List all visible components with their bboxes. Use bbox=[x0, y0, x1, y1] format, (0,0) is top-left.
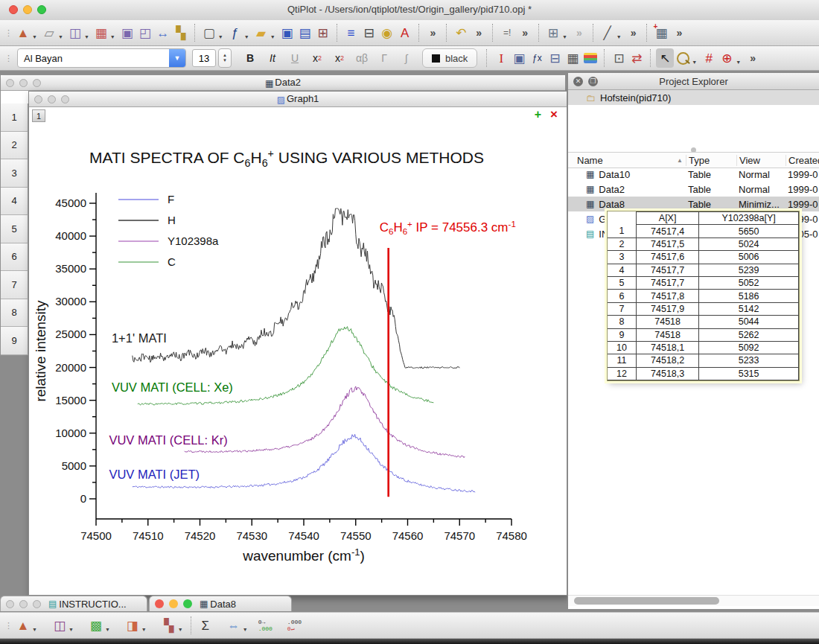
overflow-chevron-icon[interactable]: » bbox=[676, 27, 682, 39]
dropdown-arrow-icon[interactable]: ▼ bbox=[32, 34, 37, 39]
save-template-icon[interactable]: ▤ bbox=[296, 23, 314, 42]
italic-button[interactable]: It bbox=[261, 49, 284, 67]
bold-button[interactable]: B bbox=[239, 49, 261, 67]
scrollbar-thumb[interactable] bbox=[574, 597, 719, 605]
dropdown-arrow-icon[interactable]: ▼ bbox=[243, 627, 248, 632]
increase-precision-icon[interactable]: 0→.000 bbox=[258, 619, 273, 632]
explorer-item-data10[interactable]: ▦Data10TableNormal1999-0 bbox=[568, 167, 819, 182]
dropdown-arrow-icon[interactable]: ▼ bbox=[141, 627, 147, 632]
toolbar-drag-handle[interactable]: ⋮ bbox=[4, 54, 11, 63]
plot-3d-grid-icon[interactable]: ▦ bbox=[92, 23, 110, 42]
pointer-tool-icon[interactable]: ↖ bbox=[656, 48, 674, 68]
add-table-widget-icon[interactable]: ▦ bbox=[564, 48, 581, 68]
table-row-header[interactable]: 9 bbox=[1, 327, 28, 355]
dropdown-arrow-icon[interactable]: ▼ bbox=[110, 34, 115, 39]
dropdown-arrow-icon[interactable]: ▼ bbox=[105, 627, 110, 632]
plot-3d-bars-bottom-icon[interactable]: ◫ bbox=[51, 616, 68, 635]
swap-axes-icon[interactable]: ⇄ bbox=[628, 48, 646, 68]
table-row-header[interactable]: 3 bbox=[1, 159, 28, 188]
window-maximize-icon[interactable] bbox=[33, 600, 41, 608]
save-project-icon[interactable]: ▣ bbox=[278, 23, 296, 42]
box-frame-icon[interactable]: ▣ bbox=[118, 23, 136, 42]
overflow-chevron-icon[interactable]: » bbox=[576, 27, 582, 39]
underline-button[interactable]: U bbox=[284, 49, 306, 67]
window-minimize-icon[interactable] bbox=[19, 600, 28, 608]
zoom-tool-icon[interactable] bbox=[674, 48, 692, 68]
superscript-button[interactable]: x2 bbox=[306, 49, 328, 67]
explorer-item-data2[interactable]: ▦Data2TableNormal1999-0 bbox=[568, 182, 819, 197]
new-project-icon[interactable]: ▢ bbox=[200, 23, 218, 42]
color-map-icon[interactable] bbox=[581, 48, 599, 68]
add-inset-icon[interactable]: ▣ bbox=[510, 48, 528, 68]
overflow-chevron-icon[interactable]: » bbox=[430, 27, 436, 39]
column-type[interactable]: Type bbox=[686, 155, 736, 166]
curve-label[interactable]: VUV MATI (CELL: Kr) bbox=[109, 433, 227, 447]
table-row-header[interactable]: 8 bbox=[1, 299, 28, 328]
chevron-down-icon[interactable]: ▼ bbox=[169, 49, 185, 67]
select-range-icon[interactable]: ⊕ bbox=[718, 48, 736, 68]
add-table-icon[interactable]: ▦+ bbox=[652, 23, 670, 42]
plot-matrix-icon[interactable]: ▩ bbox=[87, 616, 105, 635]
new-function-plot-icon[interactable]: ƒ bbox=[226, 23, 244, 42]
math-symbols-button[interactable]: ∫ bbox=[395, 49, 418, 67]
print-icon[interactable]: ⊟ bbox=[360, 23, 378, 42]
dropdown-arrow-icon[interactable]: ▼ bbox=[84, 34, 89, 39]
window-close-icon[interactable] bbox=[6, 600, 14, 608]
plot-parallelogram-icon[interactable]: ▱ bbox=[40, 23, 58, 42]
column-name[interactable]: Name bbox=[577, 155, 603, 166]
series-H[interactable] bbox=[133, 208, 460, 369]
graph1-window[interactable]: ▨Graph1 1 + × 05000100001500020000250003… bbox=[28, 91, 567, 596]
table-row-header[interactable]: 5 bbox=[1, 215, 28, 243]
dropdown-arrow-icon[interactable]: ▼ bbox=[692, 60, 697, 65]
horizontal-scrollbar[interactable] bbox=[568, 595, 819, 606]
curve-label[interactable]: VUV MATI (CELL: Xe) bbox=[112, 380, 233, 394]
dropdown-arrow-icon[interactable]: ▼ bbox=[736, 60, 741, 65]
import-ascii-icon[interactable]: ⊞ bbox=[314, 23, 332, 42]
add-legend-icon[interactable]: ⊟ bbox=[546, 48, 564, 68]
add-layer-icon[interactable]: ⊞ bbox=[544, 23, 562, 42]
ip-annotation[interactable]: C6H6+ IP = 74556.3 cm-1 bbox=[380, 220, 516, 236]
project-explorer-titlebar[interactable]: ✕ ❐ Project Explorer bbox=[568, 73, 819, 90]
uppercase-greek-button[interactable]: Γ bbox=[373, 49, 395, 67]
dropdown-arrow-icon[interactable]: ▼ bbox=[32, 627, 37, 632]
plot-3d-surface-icon[interactable]: ▲ bbox=[14, 23, 32, 42]
subscript-button[interactable]: x2 bbox=[328, 49, 351, 67]
data8-min-window[interactable]: ▦ Data8 bbox=[149, 596, 292, 611]
dropdown-arrow-icon[interactable]: ▼ bbox=[270, 34, 275, 39]
decrease-precision-icon[interactable]: .0000↵ bbox=[287, 619, 302, 632]
duplicate-window-icon[interactable]: ≡ bbox=[342, 23, 360, 42]
overflow-chevron-icon[interactable]: » bbox=[750, 52, 756, 64]
instructions-min-window[interactable]: ▤ INSTRUCTIO... bbox=[0, 596, 147, 611]
add-function-curve-icon[interactable]: ƒx bbox=[528, 48, 546, 68]
open-project-icon[interactable]: ▰ bbox=[252, 23, 270, 42]
table-row-header[interactable]: 6 bbox=[1, 243, 28, 272]
undo-icon[interactable]: ↶ bbox=[452, 23, 470, 42]
explorer-item-data8[interactable]: ▦Data8TableMinimiz...1999-0 bbox=[568, 197, 819, 211]
data2-titlebar[interactable]: ▦Data2 bbox=[1, 75, 565, 91]
project-folder-item[interactable]: 🗀 Hofstein(pid710) bbox=[568, 90, 819, 105]
plot-3d-box-icon[interactable]: ◫ bbox=[66, 23, 84, 42]
text-color-button[interactable]: black bbox=[422, 48, 477, 68]
plot-3d-ribbons-bottom-icon[interactable]: ▚ bbox=[160, 616, 178, 635]
plot-3d-ribbons-icon[interactable]: ▚ bbox=[172, 23, 190, 42]
fit-window-icon[interactable]: ↔ bbox=[154, 23, 172, 42]
font-size-stepper[interactable]: ▲▼ bbox=[218, 48, 232, 68]
overflow-chevron-icon[interactable]: » bbox=[522, 27, 528, 39]
dropdown-arrow-icon[interactable]: ▼ bbox=[58, 34, 63, 39]
font-size-input[interactable]: 13 bbox=[192, 49, 216, 67]
axes-frame-icon[interactable]: ◰ bbox=[136, 23, 154, 42]
dropdown-arrow-icon[interactable]: ▼ bbox=[178, 627, 183, 632]
table-row-header[interactable]: 7 bbox=[1, 271, 28, 299]
overflow-chevron-icon[interactable]: » bbox=[631, 27, 637, 39]
dropdown-arrow-icon[interactable]: ▼ bbox=[562, 34, 567, 39]
explorer-column-header[interactable]: Name ▲ Type View Created bbox=[568, 152, 819, 168]
graph1-titlebar[interactable]: ▨Graph1 bbox=[29, 92, 567, 107]
sum-column-icon[interactable]: Σ bbox=[197, 616, 214, 635]
draw-line-icon[interactable]: ╱ bbox=[599, 23, 616, 42]
plot-3d-surface-bottom-icon[interactable]: ▲ bbox=[14, 616, 32, 635]
toolbar-drag-handle[interactable]: ⋮ bbox=[4, 621, 11, 631]
dropdown-arrow-icon[interactable]: ▼ bbox=[218, 34, 223, 39]
dropdown-arrow-icon[interactable]: ▼ bbox=[244, 34, 249, 39]
plot-image-icon[interactable]: ◨ bbox=[124, 616, 141, 635]
series-Y102398a[interactable] bbox=[185, 386, 465, 458]
